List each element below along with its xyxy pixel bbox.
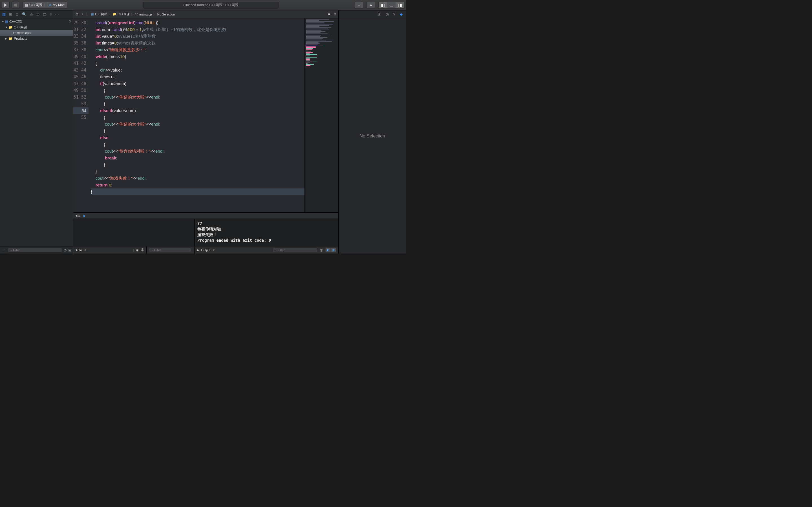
navigator-filter[interactable]: ⌕ Filter [8,247,62,252]
report-navigator-tab[interactable]: ▭ [55,12,59,16]
console-view-toggle[interactable]: ◧ ◨ [325,247,336,252]
variables-filter[interactable]: ⌕ Filter [149,247,191,252]
right-pane-toggle[interactable]: ◨ [331,248,336,252]
trash-icon[interactable]: 🗑 [320,248,323,252]
toggle-bottom-panel[interactable]: ▭ [387,2,396,8]
filter-icon: ⌕ [151,248,153,252]
test-navigator-tab[interactable]: ◇ [37,12,40,16]
inspector-panel: 🗎 ◷ ? ◆ No Selection [338,10,406,253]
debug-bar: ▾▭ ◗ [73,212,338,219]
quicklook-icon[interactable]: ◉ [136,248,139,252]
filter-icon: ⌕ [10,248,12,252]
navigator-footer: ＋ ⌕ Filter ◔ ▣ [0,246,73,253]
code-content[interactable]: srand((unsigned int)time(NULL)); int num… [89,18,305,212]
help-inspector-tab[interactable]: ? [393,12,395,16]
issue-navigator-tab[interactable]: ⚠ [30,12,33,16]
code-review-button[interactable]: ⇋ [366,2,375,8]
console-output[interactable]: 77 恭喜你猜对啦！ 游戏失败！ Program ended with exit… [195,219,338,246]
add-button[interactable]: ＋ [2,247,6,253]
run-button[interactable] [2,2,10,8]
help-icon[interactable]: ? [69,20,71,24]
console-filter[interactable]: ⌕ Filter [273,247,318,252]
tree-project-root[interactable]: ▼▦ C++网课 ? [0,19,73,24]
source-editor[interactable]: 29 30 31 32 33 34 35 36 37 38 39 40 41 4… [73,18,338,212]
breakpoint-navigator-tab[interactable]: ⎋ [50,12,52,16]
scheme-device: My Mac [53,3,64,7]
editor-area: ⊞ 〈 〉 ▦C++网课 〉 📁C++网课 〉 c⁺main.cpp 〉 No … [73,10,338,253]
library-button[interactable]: ＋ [355,2,363,8]
debug-navigator-tab[interactable]: ▤ [43,12,46,16]
scheme-selector[interactable]: ▦ C++网课 〉 🖥 My Mac [22,2,67,8]
minimap[interactable] [305,18,338,212]
scheme-target: C++网课 [29,3,43,8]
info-icon[interactable]: ⓘ [141,248,144,252]
back-button[interactable]: 〈 [80,12,84,16]
status-area: Finished running C++网课 : C++网课 [67,2,355,9]
stop-button[interactable] [11,2,19,8]
breakpoints-toggle[interactable]: ◗ [83,214,85,218]
breadcrumb[interactable]: ▦C++网课 〉 📁C++网课 〉 c⁺main.cpp 〉 No Select… [91,12,175,16]
forward-button[interactable]: 〉 [86,12,89,16]
navigator-panel: ▥ ⊞ ≣ 🔍 ⚠ ◇ ▤ ⎋ ▭ ▼▦ C++网课 ? ▼📁 C++网课 c⁺… [0,10,73,253]
history-inspector-tab[interactable]: ◷ [386,12,389,16]
line-gutter: 29 30 31 32 33 34 35 36 37 38 39 40 41 4… [73,18,89,212]
add-editor-icon[interactable]: ⊞ [334,12,336,16]
output-scope[interactable]: All Output [197,248,210,252]
toggle-right-panel[interactable]: ◨ [396,2,404,8]
toggle-left-panel[interactable]: ◧ [378,2,387,8]
file-inspector-tab[interactable]: 🗎 [377,12,381,16]
related-items-icon[interactable]: ⊞ [75,12,78,16]
left-pane-toggle[interactable]: ◧ [326,248,331,252]
top-toolbar: ▦ C++网课 〉 🖥 My Mac Finished running C++网… [0,0,406,10]
tree-products[interactable]: ▶📁 Products [0,36,73,41]
variables-scope[interactable]: Auto [75,248,82,252]
navigator-tab-bar: ▥ ⊞ ≣ 🔍 ⚠ ◇ ▤ ⎋ ▭ [0,10,73,18]
variables-view[interactable] [73,219,195,246]
jump-bar[interactable]: ⊞ 〈 〉 ▦C++网课 〉 📁C++网课 〉 c⁺main.cpp 〉 No … [73,10,338,18]
project-tree: ▼▦ C++网课 ? ▼📁 C++网课 c⁺ main.cpp ▶📁 Produ… [0,18,73,246]
tree-group[interactable]: ▼📁 C++网课 [0,24,73,30]
attributes-inspector-tab[interactable]: ◆ [400,12,403,16]
source-control-tab[interactable]: ⊞ [9,12,12,16]
scm-filter-icon[interactable]: ▣ [68,248,71,252]
activity-status[interactable]: Finished running C++网课 : C++网课 [143,2,278,9]
hide-debug-area-icon[interactable]: ▾▭ [75,214,80,218]
editor-options-icon[interactable]: ≣ [327,12,330,16]
symbol-navigator-tab[interactable]: ≣ [15,12,18,16]
recent-filter-icon[interactable]: ◔ [64,248,66,252]
inspector-empty: No Selection [339,18,406,253]
project-navigator-tab[interactable]: ▥ [2,12,6,16]
find-navigator-tab[interactable]: 🔍 [22,12,27,16]
tree-file-main[interactable]: c⁺ main.cpp [0,30,73,36]
debug-bottom-bar: Auto⇵ | ◉ ⓘ ⌕ Filter All Output⇵ ⌕ Filte… [73,246,338,253]
debug-console-row: 77 恭喜你猜对啦！ 游戏失败！ Program ended with exit… [73,219,338,246]
svg-rect-0 [14,4,17,6]
filter-icon: ⌕ [274,248,276,252]
inspector-tab-bar: 🗎 ◷ ? ◆ [339,10,406,18]
panel-toggle-group: ◧ ▭ ◨ [378,2,404,8]
